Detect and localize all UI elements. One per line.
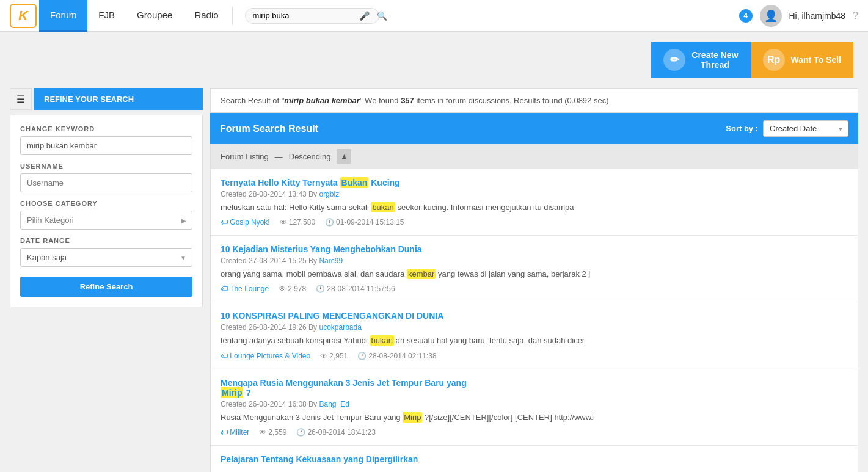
thread-tags: 🏷 Militer 👁 2,559 🕐26-08-2014 18:41:23 [221, 428, 848, 437]
nav-tab-fjb[interactable]: FJB [87, 0, 126, 32]
nav-tab-radio-label: Radio [194, 10, 218, 20]
forum-result-title: Forum Search Result [220, 123, 318, 134]
username-input[interactable] [20, 173, 192, 192]
thread-title[interactable]: Mengapa Rusia Menggunakan 3 Jenis Jet Te… [221, 378, 848, 398]
nav-divider [232, 7, 233, 25]
pencil-icon: ✏ [670, 53, 679, 67]
thread-views: 👁 2,951 [320, 352, 348, 360]
refine-header: REFINE YOUR SEARCH [34, 88, 203, 110]
thread-title[interactable]: 10 KONSPIRASI PALING MENCENGANGKAN DI DU… [221, 311, 848, 321]
excerpt-highlight: Mirip [403, 412, 422, 423]
thread-item: Ternyata Hello Kitty Ternyata Bukan Kuci… [211, 169, 858, 236]
search-result-bar: Search Result of "mirip bukan kembar" We… [210, 88, 858, 113]
thread-item: Pelajaran Tentang Kekuasaan yang Dipergi… [211, 446, 858, 472]
excerpt-highlight: bukan [371, 202, 395, 212]
thread-author[interactable]: orgbiz [319, 190, 339, 198]
listing-bar: Forum Listing — Descending ▲ [210, 144, 858, 169]
thread-views: 👁 2,559 [259, 428, 286, 437]
category-select[interactable] [20, 211, 192, 230]
notification-badge[interactable]: 4 [739, 9, 753, 23]
thread-datetime: 🕐26-08-2014 18:41:23 [296, 428, 375, 437]
views-icon: 👁 [320, 352, 327, 360]
create-thread-icon: ✏ [663, 49, 685, 71]
date-label: DATE RANGE [20, 237, 192, 244]
nav-tab-forum[interactable]: Forum [39, 0, 87, 32]
search-input[interactable] [253, 11, 356, 20]
create-thread-button[interactable]: ✏ Create NewThread [651, 42, 750, 78]
thread-meta: Created 26-08-2014 19:26 By ucokparbada [221, 323, 848, 332]
clock-icon: 🕐 [316, 285, 325, 293]
thread-item: 10 KONSPIRASI PALING MENCENGANGKAN DI DU… [211, 302, 858, 369]
thread-author[interactable]: Bang_Ed [319, 400, 349, 408]
title-highlight: Mirip [221, 387, 243, 398]
thread-datetime: 🕐28-08-2014 02:11:38 [357, 352, 436, 360]
rp-icon: Rp [767, 54, 780, 65]
date-select-wrapper [20, 248, 192, 267]
search-area: 🎤 🔍 [245, 8, 379, 24]
search-count: 357 [401, 96, 414, 105]
excerpt-highlight: kembar [407, 269, 436, 279]
search-icon[interactable]: 🔍 [377, 11, 387, 21]
avatar[interactable]: 👤 [760, 5, 782, 27]
top-nav: K Forum FJB Groupee Radio 🎤 🔍 4 👤 Hi, il… [0, 0, 868, 32]
thread-author[interactable]: Narc99 [319, 256, 343, 265]
user-greeting: Hi, ilhamjmb48 [789, 11, 846, 21]
listing-order: Descending [289, 152, 331, 161]
content-area: Search Result of "mirip bukan kembar" We… [210, 88, 858, 472]
thread-views: 👁 127,580 [280, 218, 315, 227]
sort-label: Sort by : [726, 124, 758, 133]
views-icon: 👁 [280, 218, 287, 227]
thread-author[interactable]: ucokparbada [319, 323, 361, 332]
thread-excerpt: tentang adanya sebuah konspirasi Yahudi … [221, 335, 848, 346]
category-label: CHOOSE CATEGORY [20, 200, 192, 207]
nav-tab-groupee[interactable]: Groupee [126, 0, 183, 32]
nav-tab-fjb-label: FJB [98, 10, 115, 20]
list-toggle-icon[interactable]: ☰ [10, 88, 32, 110]
title-highlight: Bukan [340, 177, 369, 188]
thread-category[interactable]: 🏷 Lounge Pictures & Video [221, 352, 310, 360]
sort-toggle-icon[interactable]: ▲ [337, 149, 351, 164]
excerpt-highlight: bukan [370, 335, 394, 346]
thread-datetime: 🕐28-08-2014 11:57:56 [316, 285, 395, 293]
want-to-sell-button[interactable]: Rp Want To Sell [751, 42, 853, 78]
logo-icon: K [18, 8, 28, 24]
thread-title[interactable]: Ternyata Hello Kitty Ternyata Bukan Kuci… [221, 178, 848, 187]
mic-icon[interactable]: 🎤 [359, 11, 370, 21]
nav-tab-radio[interactable]: Radio [183, 0, 229, 32]
thread-category[interactable]: 🏷 Gosip Nyok! [221, 218, 270, 227]
clock-icon: 🕐 [296, 428, 305, 437]
thread-tags: 🏷 Gosip Nyok! 👁 127,580 🕐01-09-2014 15:1… [221, 218, 848, 227]
clock-icon: 🕐 [325, 218, 334, 227]
logo[interactable]: K [10, 4, 37, 28]
thread-item: 10 Kejadian Misterius Yang Menghebohkan … [211, 236, 858, 302]
sort-select-wrapper: Created Date Most Viewed Most Replied [763, 120, 848, 137]
thread-tags: 🏷 Lounge Pictures & Video 👁 2,951 🕐28-08… [221, 352, 848, 360]
search-result-text: Search Result of [221, 96, 282, 105]
thread-meta: Created 26-08-2014 16:08 By Bang_Ed [221, 400, 848, 408]
create-thread-label: Create NewThread [691, 50, 738, 70]
date-select[interactable] [20, 248, 192, 267]
thread-excerpt: meluskan satu hal: Hello Kitty sama seka… [221, 202, 848, 213]
thread-category[interactable]: 🏷 The Lounge [221, 285, 269, 293]
help-icon[interactable]: ? [853, 10, 858, 21]
action-bar: ✏ Create NewThread Rp Want To Sell [0, 32, 868, 88]
refine-search-button[interactable]: Refine Search [20, 277, 192, 297]
refine-label: REFINE YOUR SEARCH [44, 95, 134, 104]
thread-excerpt: Rusia Menggunakan 3 Jenis Jet Tempur Bar… [221, 412, 848, 423]
listing-label: Forum Listing [221, 152, 269, 161]
nav-tab-groupee-label: Groupee [137, 10, 172, 20]
thread-excerpt: orang yang sama, mobil pembawa sial, dan… [221, 269, 848, 280]
refine-row: ☰ REFINE YOUR SEARCH [10, 88, 203, 110]
thread-category[interactable]: 🏷 Militer [221, 428, 249, 437]
thread-datetime: 🕐01-09-2014 15:13:15 [325, 218, 404, 227]
sell-icon: Rp [763, 49, 785, 71]
thread-title[interactable]: Pelajaran Tentang Kekuasaan yang Dipergi… [221, 454, 848, 464]
nav-right: 4 👤 Hi, ilhamjmb48 ? [739, 5, 859, 27]
thread-title[interactable]: 10 Kejadian Misterius Yang Menghebohkan … [221, 244, 848, 254]
search-time: 0.0892 sec [567, 96, 607, 105]
thread-meta: Created 28-08-2014 13:43 By orgbiz [221, 190, 848, 198]
keyword-input[interactable] [20, 136, 192, 155]
sort-select[interactable]: Created Date Most Viewed Most Replied [763, 120, 848, 137]
main-container: ☰ REFINE YOUR SEARCH CHANGE KEYWORD USER… [0, 88, 868, 472]
thread-meta: Created 27-08-2014 15:25 By Narc99 [221, 256, 848, 265]
